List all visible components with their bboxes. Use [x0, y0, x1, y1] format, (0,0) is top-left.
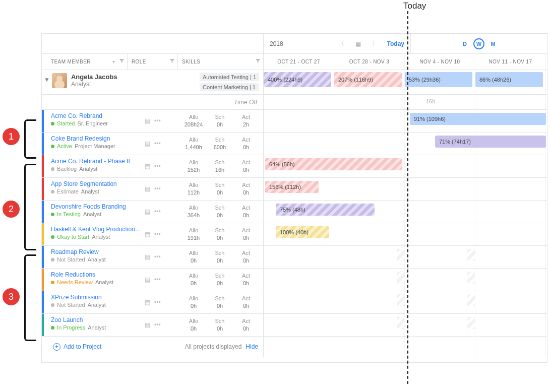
detail-icon[interactable]: ▤ [145, 231, 150, 238]
project-name-link[interactable]: Role Reductions [51, 271, 142, 278]
detail-icon[interactable]: ▤ [145, 208, 150, 215]
col-role-label: ROLE [132, 59, 146, 64]
metric-head: Act [233, 317, 259, 325]
project-name-link[interactable]: Coke Brand Redesign [51, 135, 142, 142]
col-team-member[interactable]: TEAM MEMBER ▾ [42, 54, 128, 70]
more-icon[interactable]: ••• [154, 321, 161, 329]
skill-chip: Content Marketing | 1 [200, 83, 259, 91]
allocation-bar[interactable]: 75% (48h) [276, 204, 375, 216]
hide-button[interactable]: Hide [246, 343, 258, 350]
filter-icon[interactable]: ▾ [112, 59, 115, 64]
project-name-link[interactable]: Roadmap Review [51, 248, 142, 255]
more-icon[interactable]: ••• [154, 276, 161, 283]
detail-icon[interactable]: ▤ [145, 163, 150, 170]
col-skills[interactable]: SKILLS [178, 54, 263, 70]
metric-value: 0h [207, 257, 233, 265]
metric-head: Allo [180, 136, 207, 144]
annot-badge-3: 3 [3, 288, 20, 305]
annot-badge-1: 1 [3, 128, 20, 145]
project-name-link[interactable]: Haskell & Kent Vlog Production Ve... [51, 226, 142, 233]
allocation-bar[interactable] [467, 272, 475, 284]
metric-head: Allo [180, 113, 207, 121]
more-icon[interactable]: ••• [154, 231, 161, 238]
allocation-bar[interactable] [397, 317, 405, 329]
prev-arrow-icon[interactable]: 〈 [336, 38, 346, 49]
metric-head: Allo [180, 272, 207, 280]
project-status: In Progress [57, 324, 85, 331]
metric-value: 0h [233, 234, 259, 242]
allocation-bar[interactable] [397, 294, 405, 306]
utilization-bar[interactable]: 400% (224h9) [264, 72, 331, 87]
detail-icon[interactable]: ▤ [145, 321, 150, 329]
allocation-bar[interactable]: 71% (74h17) [435, 136, 546, 148]
project-status: Okay to Start [57, 234, 89, 240]
metric-value: 0h [207, 302, 233, 310]
filter-funnel-icon[interactable] [119, 59, 124, 64]
today-button[interactable]: Today [387, 40, 404, 47]
utilization-bar[interactable]: 86% (48h26) [475, 72, 543, 87]
metric-head: Allo [180, 249, 207, 257]
scale-month-button[interactable]: M [487, 38, 499, 49]
annot-bracket-2 [24, 164, 36, 250]
filter-funnel-icon[interactable] [256, 59, 260, 64]
project-role: Analyst [83, 211, 101, 217]
add-to-project-label: Add to Project [64, 343, 101, 350]
project-name-link[interactable]: Devonshire Foods Branding [51, 203, 142, 210]
metric-value: 0h [207, 189, 233, 197]
more-icon[interactable]: ••• [154, 140, 161, 147]
annot-today-label: Today [403, 1, 426, 11]
more-icon[interactable]: ••• [154, 185, 161, 192]
project-name-link[interactable]: Acme Co. Rebrand [51, 112, 142, 119]
metric-value: 16h [207, 166, 233, 174]
resource-panel: 2018 〈 ▦ 〉 Today D W M TEAM MEMBER ▾ ROL… [41, 33, 547, 363]
metric-value: 364h [180, 212, 207, 219]
allocation-bar[interactable]: 64% (56h) [265, 158, 402, 170]
metric-value: 0h [233, 144, 259, 151]
more-icon[interactable]: ••• [154, 117, 161, 124]
project-status: In Testing [57, 211, 81, 217]
status-dot-icon [51, 326, 54, 330]
detail-icon[interactable]: ▤ [145, 117, 150, 124]
add-to-project-button[interactable]: + Add to Project [53, 343, 101, 351]
metric-value: 152h [180, 166, 207, 174]
col-role[interactable]: ROLE [128, 54, 178, 70]
allocation-bar[interactable] [467, 317, 475, 329]
detail-icon[interactable]: ▤ [145, 299, 150, 306]
allocation-bar[interactable]: 91% (109h6) [410, 113, 546, 125]
metric-value: 1,440h [180, 144, 207, 151]
next-arrow-icon[interactable]: 〉 [370, 38, 380, 49]
scale-week-button[interactable]: W [473, 38, 484, 49]
detail-icon[interactable]: ▤ [145, 276, 150, 283]
allocation-bar[interactable] [397, 249, 405, 261]
metric-head: Act [233, 159, 259, 166]
project-name-link[interactable]: XPrize Submission [51, 294, 142, 301]
detail-icon[interactable]: ▤ [145, 253, 150, 260]
detail-icon[interactable]: ▤ [145, 140, 150, 147]
more-icon[interactable]: ••• [154, 208, 161, 215]
allocation-bar[interactable] [467, 249, 475, 261]
project-name-link[interactable]: Acme Co. Rebrand - Phase II [51, 158, 142, 165]
utilization-bar[interactable]: 207% (116h9) [334, 72, 402, 87]
allocation-bar[interactable] [467, 294, 475, 306]
week-header: OCT 21 - OCT 27 [264, 54, 334, 70]
more-icon[interactable]: ••• [154, 299, 161, 306]
more-icon[interactable]: ••• [154, 163, 161, 170]
scale-day-button[interactable]: D [459, 38, 470, 49]
metric-value: 0h [233, 325, 259, 333]
avatar [52, 73, 67, 88]
more-icon[interactable]: ••• [154, 253, 161, 260]
detail-icon[interactable]: ▤ [145, 185, 150, 192]
expand-caret-icon[interactable]: ▼ [44, 76, 50, 83]
utilization-bar[interactable]: 53% (29h36) [405, 72, 472, 87]
project-name-link[interactable]: Zoo Launch [51, 316, 142, 323]
metric-head: Act [233, 295, 259, 302]
project-role: Analyst [88, 324, 106, 331]
skill-chip: Automated Testing | 1 [200, 73, 259, 81]
project-name-link[interactable]: App Store Segmentation [51, 180, 142, 187]
status-dot-icon [51, 122, 54, 125]
allocation-bar[interactable]: 100% (40h) [276, 226, 329, 238]
calendar-icon[interactable]: ▦ [353, 39, 363, 48]
allocation-bar[interactable]: 156% (112h) [265, 181, 319, 193]
filter-funnel-icon[interactable] [170, 59, 174, 64]
allocation-bar[interactable] [397, 272, 405, 284]
